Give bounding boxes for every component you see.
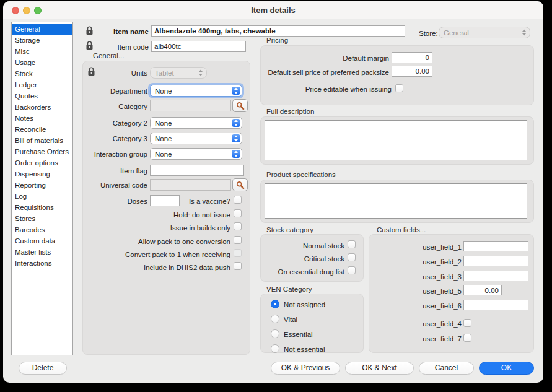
sidebar-item-log[interactable]: Log [12,191,72,202]
sidebar-item-purchase-orders[interactable]: Purchase Orders [12,146,72,157]
screen: Item details General Storage Misc Usage … [0,0,552,392]
sidebar-item-dispensing[interactable]: Dispensing [12,168,72,180]
sidebar-item-order-options[interactable]: Order options [12,157,72,168]
category3-dropdown-value: None [155,134,172,143]
units-dropdown-value: Tablet [155,69,174,77]
chevron-updown-icon [232,87,240,95]
universal-code-search-button[interactable] [232,178,248,191]
ven-essential-radio[interactable] [271,329,279,338]
user-field-3-input[interactable] [463,271,528,281]
store-dropdown-value: General [444,28,469,37]
hold-do-not-issue-label: Hold: do not issue [93,211,230,219]
price-editable-checkbox[interactable] [395,84,403,92]
category2-label: Category 2 [81,119,147,128]
user-field-7-checkbox[interactable] [463,334,471,342]
interaction-group-dropdown[interactable]: None [150,148,242,160]
sidebar-item-master-lists[interactable]: Master lists [12,246,72,258]
critical-stock-label: Critical stock [260,255,344,263]
sidebar-item-ledger[interactable]: Ledger [12,79,72,90]
sidebar-item-interactions[interactable]: Interactions [12,258,72,269]
ok-previous-button[interactable]: OK & Previous [271,362,340,375]
sidebar-item-storage[interactable]: Storage [12,35,72,46]
sidebar-item-general[interactable]: General [12,24,72,35]
chevron-updown-icon [196,69,205,77]
doses-label: Doses [93,197,147,206]
user-field-4-checkbox[interactable] [463,319,471,327]
department-dropdown[interactable]: None [150,85,242,97]
category-label: Category [81,102,147,111]
user-field-1-input[interactable] [463,241,528,251]
ven-category-title: VEN Category [266,285,312,293]
sidebar-item-bill-of-materials[interactable]: Bill of materials [12,135,72,146]
sidebar-item-stores[interactable]: Stores [12,213,72,224]
ven-not-essential-radio[interactable] [271,344,279,353]
sidebar-item-requisitions[interactable]: Requisitions [12,202,72,213]
category3-dropdown[interactable]: None [150,133,242,144]
product-specifications-textarea[interactable] [265,183,527,219]
chevron-updown-icon [232,150,240,158]
department-label: Department [74,87,147,95]
price-editable-label: Price editable when issuing [260,85,392,94]
sidebar-item-reconcile[interactable]: Reconcile [12,124,72,135]
delete-button[interactable]: Delete [19,362,67,375]
sidebar-item-stock[interactable]: Stock [12,68,72,79]
normal-stock-checkbox[interactable] [348,240,356,248]
department-dropdown-value: None [155,87,172,95]
sidebar-item-barcodes[interactable]: Barcodes [12,224,72,235]
cancel-button[interactable]: Cancel [419,362,474,375]
critical-stock-checkbox[interactable] [348,253,356,261]
sidebar-item-usage[interactable]: Usage [12,57,72,68]
user-field-6-label: user_field_6 [381,302,462,310]
user-field-3-label: user_field_3 [381,272,462,281]
item-flag-label: Item flag [81,167,147,175]
sidebar-item-quotes[interactable]: Quotes [12,90,72,102]
allow-pack-to-one-conversion-checkbox[interactable] [234,236,242,244]
store-dropdown: General [439,27,530,38]
chevron-updown-icon [232,134,240,142]
stock-category-title: Stock category [266,226,313,233]
include-dhis2-checkbox[interactable] [234,262,242,270]
units-dropdown: Tablet [150,67,207,79]
ven-not-assigned-radio[interactable] [271,300,279,308]
category2-dropdown[interactable]: None [150,117,242,129]
is-a-vaccine-label: Is a vaccine? [149,197,230,206]
user-field-4-label: user_field_4 [381,320,462,328]
item-flag-input[interactable] [150,165,244,176]
chevron-updown-icon [232,119,240,127]
ven-vital-radio[interactable] [271,315,279,323]
item-code-input[interactable] [151,41,246,52]
essential-drug-list-checkbox[interactable] [348,266,356,274]
full-description-title: Full description [266,108,314,115]
custom-fields-title: Custom fields... [377,226,426,233]
sidebar-item-misc[interactable]: Misc [12,46,72,57]
product-specifications-title: Product specifications [266,171,336,178]
sidebar-item-notes[interactable]: Notes [12,113,72,124]
convert-pack-to-1-label: Convert pack to 1 when receiving [93,250,230,259]
ven-not-assigned-label: Not assigned [284,300,358,309]
chevron-updown-icon [520,28,528,37]
default-sell-price-input[interactable] [392,66,432,77]
user-field-1-label: user_field_1 [381,243,462,251]
full-description-textarea[interactable] [265,120,527,160]
ok-button[interactable]: OK [479,362,534,375]
category-search-button[interactable] [232,99,248,112]
universal-code-label: Universal code [74,181,147,189]
ven-essential-label: Essential [284,330,358,339]
is-a-vaccine-checkbox[interactable] [234,196,242,204]
normal-stock-label: Normal stock [260,242,344,250]
ok-next-button[interactable]: OK & Next [345,362,414,375]
issue-in-builds-only-checkbox[interactable] [234,222,242,230]
user-field-6-input[interactable] [463,300,528,310]
allow-pack-to-one-conversion-label: Allow pack to one conversion [93,237,230,246]
user-field-5-input[interactable] [463,285,502,295]
sidebar-item-custom-data[interactable]: Custom data [12,235,72,246]
user-field-5-label: user_field_5 [381,287,462,295]
item-name-input[interactable] [151,25,405,37]
window-title: Item details [3,6,543,15]
sidebar-item-reporting[interactable]: Reporting [12,180,72,191]
sidebar-item-backorders[interactable]: Backorders [12,102,72,113]
hold-do-not-issue-checkbox[interactable] [234,209,242,217]
user-field-2-input[interactable] [463,256,528,266]
issue-in-builds-only-label: Issue in builds only [93,224,230,232]
default-margin-input[interactable] [392,52,432,63]
